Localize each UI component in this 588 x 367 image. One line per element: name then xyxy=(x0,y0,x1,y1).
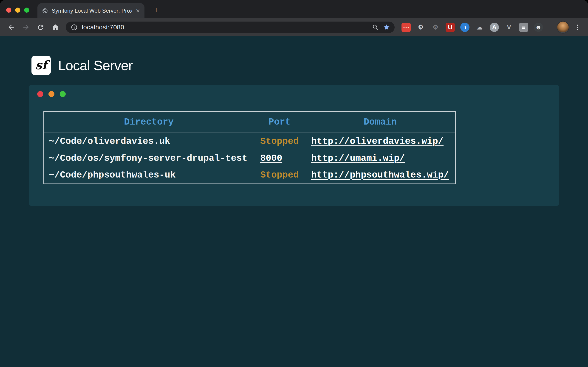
table-row: ~/Code/phpsouthwales-uk Stopped http://p… xyxy=(44,167,456,184)
column-header-port: Port xyxy=(254,111,305,133)
port-status: Stopped xyxy=(260,170,299,180)
extensions-area: ⋯⚙⚙U◑☁AV≡☻ xyxy=(399,23,545,32)
domain-link[interactable]: http://oliverdavies.wip/ xyxy=(311,136,443,147)
window-close-button[interactable] xyxy=(6,8,11,13)
browser-menu-button[interactable] xyxy=(572,22,582,32)
terminal-dots xyxy=(29,85,559,97)
table-header-row: Directory Port Domain xyxy=(44,111,456,133)
green-dot-icon xyxy=(60,91,66,97)
red-dot-icon xyxy=(37,91,43,97)
browser-toolbar: localhost:7080 ⋯⚙⚙U◑☁AV≡☻ xyxy=(0,18,588,36)
dark-gear-extension-icon[interactable]: ⚙ xyxy=(431,23,440,32)
forward-button[interactable] xyxy=(20,22,32,33)
tab-title: Symfony Local Web Server: Prox xyxy=(52,8,132,14)
back-button[interactable] xyxy=(6,22,17,33)
profile-avatar[interactable] xyxy=(557,21,569,33)
window-controls xyxy=(6,8,29,13)
server-card: Directory Port Domain ~/Code/oliverdavie… xyxy=(29,85,559,206)
ublock-extension-icon[interactable]: U xyxy=(446,23,455,32)
info-icon[interactable] xyxy=(71,24,78,31)
letter-v-extension-icon[interactable]: V xyxy=(504,23,514,32)
bookmark-star-icon[interactable] xyxy=(383,24,390,31)
column-header-domain: Domain xyxy=(305,111,456,133)
cloud-extension-icon[interactable]: ☁ xyxy=(475,23,484,32)
blue-circle-extension-icon[interactable]: ◑ xyxy=(460,23,469,32)
window-zoom-button[interactable] xyxy=(24,8,29,13)
zoom-icon[interactable] xyxy=(372,24,379,31)
symfony-logo-text: sf xyxy=(35,58,47,72)
equalizer-extension-icon[interactable]: ≡ xyxy=(519,23,528,32)
tab-strip: Symfony Local Web Server: Prox × + xyxy=(0,0,588,18)
browser-tab[interactable]: Symfony Local Web Server: Prox × xyxy=(37,3,145,18)
window-minimize-button[interactable] xyxy=(15,8,20,13)
port-status: Stopped xyxy=(260,136,299,147)
page-header: sf Local Server xyxy=(0,36,588,75)
table-row: ~/Code/os/symfony-server-drupal-test 800… xyxy=(44,150,456,167)
tab-close-icon[interactable]: × xyxy=(136,7,140,14)
new-tab-button[interactable]: + xyxy=(152,6,161,15)
directory-cell: ~/Code/os/symfony-server-drupal-test xyxy=(44,150,254,167)
symfony-logo: sf xyxy=(32,56,51,75)
page-content: sf Local Server Directory Port Domain xyxy=(0,36,588,367)
directory-cell: ~/Code/phpsouthwales-uk xyxy=(44,167,254,184)
home-button[interactable] xyxy=(50,22,61,33)
address-bar[interactable]: localhost:7080 xyxy=(66,22,395,33)
column-header-directory: Directory xyxy=(44,111,254,133)
gear-extension-icon[interactable]: ⚙ xyxy=(416,23,425,32)
globe-favicon-icon xyxy=(42,8,48,14)
octocat-extension-icon[interactable]: ☻ xyxy=(534,23,543,32)
domain-link[interactable]: http://phpsouthwales.wip/ xyxy=(311,170,449,180)
reload-button[interactable] xyxy=(35,22,46,33)
kebab-menu-icon xyxy=(574,24,581,31)
directory-cell: ~/Code/oliverdavies.uk xyxy=(44,133,254,150)
table-row: ~/Code/oliverdavies.uk Stopped http://ol… xyxy=(44,133,456,150)
servers-table: Directory Port Domain ~/Code/oliverdavie… xyxy=(43,111,456,184)
url-text[interactable]: localhost:7080 xyxy=(82,24,368,31)
domain-link[interactable]: http://umami.wip/ xyxy=(311,153,405,164)
browser-window: Symfony Local Web Server: Prox × + local… xyxy=(0,0,588,367)
orange-dot-icon xyxy=(48,91,54,97)
port-link[interactable]: 8000 xyxy=(260,153,282,164)
page-title: Local Server xyxy=(58,58,133,73)
red-dots-extension-icon[interactable]: ⋯ xyxy=(401,23,411,32)
letter-a-extension-icon[interactable]: A xyxy=(490,23,499,32)
toolbar-separator xyxy=(551,23,551,32)
